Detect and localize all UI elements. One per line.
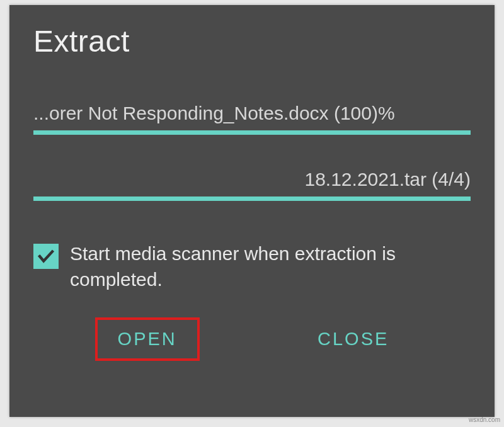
media-scanner-option[interactable]: Start media scanner when extraction is c… xyxy=(33,241,471,292)
file-progress-bar xyxy=(33,130,471,135)
dialog-actions: OPEN CLOSE xyxy=(33,317,471,361)
watermark-text: wsxdn.com xyxy=(469,416,500,423)
close-button[interactable]: CLOSE xyxy=(297,317,409,361)
archive-progress-bar xyxy=(33,196,471,201)
archive-progress-label: 18.12.2021.tar (4/4) xyxy=(33,169,471,190)
media-scanner-checkbox[interactable] xyxy=(33,244,59,269)
open-button[interactable]: OPEN xyxy=(95,317,200,361)
checkmark-icon xyxy=(37,247,55,266)
file-progress-section: ...orer Not Responding_Notes.docx (100)% xyxy=(33,103,471,135)
archive-progress-section: 18.12.2021.tar (4/4) xyxy=(33,169,471,201)
media-scanner-label: Start media scanner when extraction is c… xyxy=(70,241,471,292)
file-progress-label: ...orer Not Responding_Notes.docx (100)% xyxy=(33,103,471,124)
extract-dialog: Extract ...orer Not Responding_Notes.doc… xyxy=(9,5,495,417)
dialog-title: Extract xyxy=(33,24,471,59)
